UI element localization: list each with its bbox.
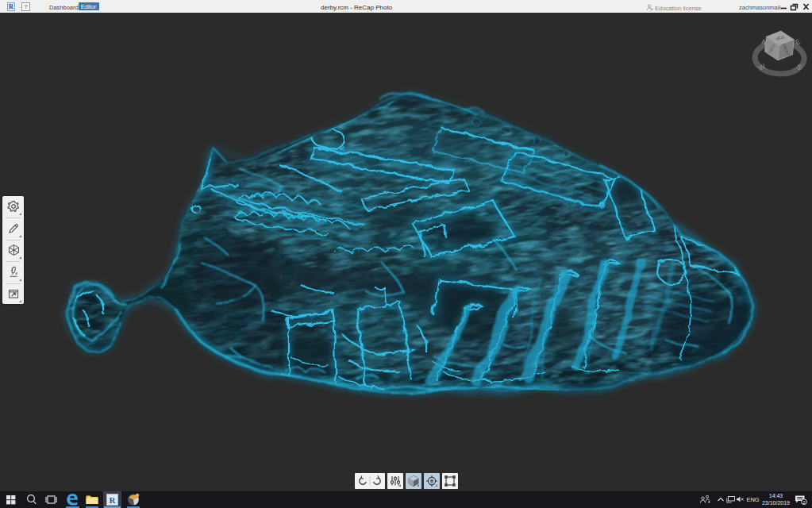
svg-text:R: R [110, 495, 117, 505]
